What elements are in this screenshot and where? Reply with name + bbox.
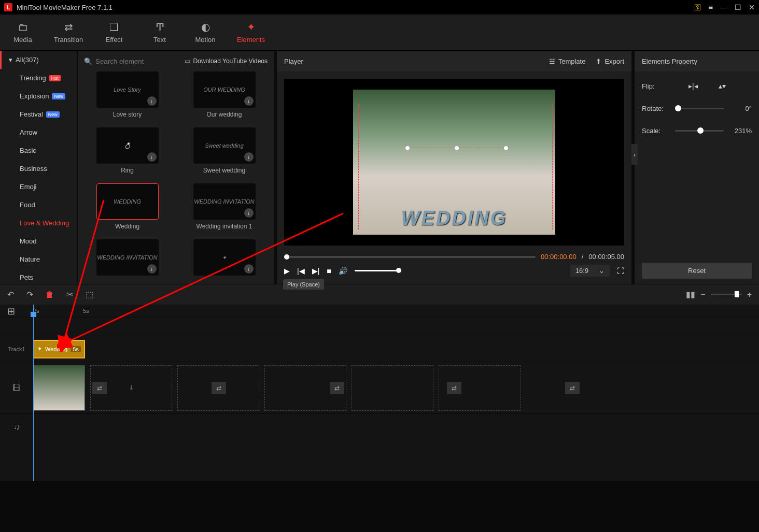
badge: Hot: [49, 75, 61, 81]
next-frame-button[interactable]: ▶|: [312, 267, 320, 275]
search-box[interactable]: 🔍: [84, 57, 163, 65]
overlay-text[interactable]: WEDDING: [401, 207, 508, 229]
split-button[interactable]: ✂: [66, 290, 73, 299]
chevron-down-icon: ▾: [9, 56, 12, 64]
drop-slot[interactable]: [264, 365, 346, 411]
download-icon[interactable]: ↓: [244, 152, 254, 162]
time-ruler[interactable]: ⊞ 0s 5s: [0, 305, 759, 317]
tab-motion[interactable]: ◐Motion: [182, 15, 228, 50]
seek-thumb[interactable]: [284, 254, 289, 260]
gallery-item[interactable]: WEDDING INVITATION↓: [84, 239, 171, 284]
sidebar-item-business[interactable]: Business: [0, 160, 77, 178]
template-button[interactable]: ☱Template: [549, 57, 586, 65]
volume-slider[interactable]: [355, 270, 401, 271]
tab-text[interactable]: ͲText: [137, 15, 182, 50]
drop-slot[interactable]: [439, 365, 521, 411]
zoom-in-button[interactable]: +: [747, 290, 752, 299]
gallery-item[interactable]: 💍↓Ring: [84, 127, 171, 179]
video-clip[interactable]: [33, 365, 85, 411]
gallery-item[interactable]: OUR WEDDING↓Our wedding: [181, 71, 268, 123]
transition-slot[interactable]: ⇄: [565, 382, 580, 394]
tab-effect[interactable]: ❏Effect: [91, 15, 137, 50]
close-button[interactable]: ✕: [749, 3, 755, 11]
flip-label: Flip:: [642, 82, 668, 90]
handle-center[interactable]: [454, 146, 459, 151]
sidebar-item-mood[interactable]: Mood: [0, 232, 77, 250]
badge: New: [46, 111, 60, 118]
scale-label: Scale:: [642, 127, 668, 135]
playhead[interactable]: [33, 305, 34, 481]
flip-vertical-button[interactable]: ▴▾: [719, 82, 726, 90]
handle-right[interactable]: [503, 146, 509, 151]
menu-icon[interactable]: ≡: [709, 3, 713, 11]
scale-slider[interactable]: [675, 130, 724, 132]
gallery-item[interactable]: WEDDING INVITATION↓Wedding invitation 1: [181, 183, 268, 235]
crop-button[interactable]: ⬚: [86, 290, 93, 299]
handle-left[interactable]: [405, 146, 410, 151]
download-icon[interactable]: ↓: [244, 208, 254, 218]
music-icon: ♫: [0, 422, 33, 432]
flip-horizontal-button[interactable]: ▸|◂: [688, 82, 698, 90]
sidebar-item-nature[interactable]: Nature: [0, 250, 77, 268]
collapse-handle[interactable]: ›: [631, 144, 638, 165]
stop-button[interactable]: ■: [327, 267, 331, 275]
gallery-item[interactable]: Sweet wedding↓Sweet wedding: [181, 127, 268, 179]
thumbnail: Sweet wedding↓: [193, 127, 256, 164]
fullscreen-button[interactable]: ⛶: [617, 267, 624, 275]
sidebar-item-pets[interactable]: Pets: [0, 268, 77, 284]
element-track[interactable]: Track1 ✦ Wedding 5s: [0, 336, 759, 362]
prev-frame-button[interactable]: |◀: [297, 267, 305, 275]
download-icon[interactable]: ↓: [147, 152, 157, 162]
download-icon[interactable]: ↓: [244, 264, 254, 274]
key-icon[interactable]: ⚿: [694, 3, 701, 11]
video-track[interactable]: 🎞 ⇄ ⬇ ⇄ ⇄ ⇄ ⇄: [0, 362, 759, 413]
app-title: MiniTool MovieMaker Free 7.1.1: [17, 4, 113, 11]
sidebar-item-festival[interactable]: FestivalNew: [0, 105, 77, 123]
tab-media[interactable]: 🗀Media: [0, 15, 46, 50]
gallery-item[interactable]: WEDDINGWedding: [84, 183, 171, 235]
text-icon: Ͳ: [156, 21, 164, 33]
play-button[interactable]: ▶: [284, 267, 290, 275]
delete-button[interactable]: 🗑: [46, 290, 54, 299]
download-youtube-link[interactable]: ▭ Download YouTube Videos: [185, 57, 268, 65]
sidebar-item-trending[interactable]: TrendingHot: [0, 69, 77, 87]
reset-button[interactable]: Reset: [642, 263, 752, 279]
gallery-item[interactable]: ✦↓: [181, 239, 268, 284]
tab-elements[interactable]: ✦Elements: [228, 15, 274, 50]
drop-slot[interactable]: [352, 365, 433, 411]
maximize-button[interactable]: ☐: [735, 3, 741, 11]
sidebar-item-food[interactable]: Food: [0, 196, 77, 214]
sidebar-item-emoji[interactable]: Emoji: [0, 178, 77, 196]
aspect-dropdown[interactable]: 16:9⌄: [570, 265, 610, 277]
add-track-button[interactable]: ⊞: [7, 306, 15, 317]
zoom-out-button[interactable]: −: [700, 290, 705, 299]
sidebar-item-arrow[interactable]: Arrow: [0, 123, 77, 141]
sidebar-all[interactable]: ▾All(307): [0, 51, 77, 69]
rotate-slider[interactable]: [675, 108, 724, 109]
minimize-button[interactable]: —: [720, 3, 727, 11]
sidebar-item-explosion[interactable]: ExplosionNew: [0, 87, 77, 105]
volume-icon[interactable]: 🔊: [339, 267, 347, 275]
sidebar-item-basic[interactable]: Basic: [0, 141, 77, 160]
drop-slot[interactable]: ⬇: [90, 365, 172, 411]
element-clip[interactable]: ✦ Wedding 5s: [33, 340, 85, 358]
search-input[interactable]: [95, 57, 163, 65]
motion-icon: ◐: [201, 21, 210, 33]
download-icon[interactable]: ↓: [244, 96, 254, 106]
fit-zoom-button[interactable]: ▮▮: [686, 290, 695, 299]
download-icon[interactable]: ↓: [147, 264, 157, 274]
tab-transition[interactable]: ⇄Transition: [46, 15, 91, 50]
preview-canvas[interactable]: WEDDING: [284, 79, 624, 246]
undo-button[interactable]: ↶: [7, 290, 14, 299]
drop-slot[interactable]: [177, 365, 259, 411]
rotate-value: 0°: [731, 105, 752, 112]
export-button[interactable]: ⬆Export: [596, 57, 624, 65]
zoom-slider[interactable]: [711, 294, 742, 295]
sidebar-item-love-wedding[interactable]: Love & Wedding: [0, 214, 77, 232]
selection-handles[interactable]: [407, 148, 506, 149]
redo-button[interactable]: ↷: [26, 290, 33, 299]
seek-bar[interactable]: [284, 256, 536, 258]
audio-track[interactable]: ♫: [0, 413, 759, 439]
download-icon[interactable]: ↓: [147, 96, 157, 106]
gallery-item[interactable]: Love Story↓Love story: [84, 71, 171, 123]
